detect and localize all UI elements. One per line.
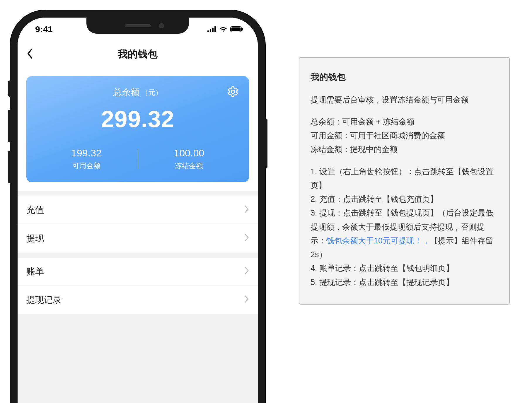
status-indicators [207,26,243,32]
balance-section: 总余额 （元） 299.32 [18,67,258,191]
chevron-right-icon [244,233,249,244]
menu-group-1: 充值 提现 [18,196,258,252]
status-time: 9:41 [35,24,53,34]
svg-rect-3 [214,26,216,32]
svg-rect-2 [212,28,214,32]
nav-bar: 我的钱包 [18,41,258,67]
total-balance: 299.32 [35,106,240,133]
svg-rect-1 [210,29,211,32]
page-title: 我的钱包 [118,47,158,61]
chevron-right-icon [244,205,249,215]
cellular-signal-icon [207,26,216,32]
cell-label: 提现 [26,233,44,245]
frozen-balance-col: 100.00 冻结金额 [138,147,241,170]
section-gap [18,252,258,258]
cell-label: 账单 [26,266,44,278]
annotation-intro: 提现需要后台审核，设置冻结金额与可用金额 [311,93,498,107]
annotation-item-5: 5. 提现记录：点击跳转至【提现记录页】 [311,278,454,287]
cell-recharge[interactable]: 充值 [18,196,258,224]
phone-button-volume-up [8,110,11,142]
annotation-def-line: 可用金额：可用于社区商城消费的金额 [311,131,445,140]
available-balance-label: 可用金额 [35,161,138,170]
phone-button-power [265,119,267,168]
svg-rect-0 [207,30,209,32]
phone-button-silence [8,81,11,97]
annotation-definitions: 总余额：可用金额 + 冻结金额 可用金额：可用于社区商城消费的金额 冻结金额：提… [311,115,498,157]
section-gap [18,191,258,196]
balance-card: 总余额 （元） 299.32 [26,76,249,182]
balance-unit: （元） [141,88,162,97]
balance-title: 总余额 [113,86,139,98]
wifi-icon [219,26,227,32]
svg-rect-5 [231,28,241,31]
phone-screen: 9:41 [18,18,258,403]
frozen-balance-label: 冻结金额 [138,161,241,170]
content-area: 总余额 （元） 299.32 [18,67,258,314]
back-button[interactable] [26,48,33,60]
annotation-item-4: 4. 账单记录：点击跳转至【钱包明细页】 [311,264,454,273]
balance-title-row: 总余额 （元） [35,86,240,98]
balance-split: 199.32 可用金额 100.00 冻结金额 [35,147,240,170]
annotation-def-line: 冻结金额：提现中的金额 [311,145,398,154]
svg-rect-6 [242,28,243,30]
phone-notch [86,18,189,34]
annotation-def-line: 总余额：可用金额 + 冻结金额 [311,117,415,126]
chevron-right-icon [244,267,249,277]
annotation-item-3-link: 钱包余额大于10元可提现！， [326,236,430,245]
cell-withdraw-history[interactable]: 提现记录 [18,286,258,314]
chevron-right-icon [244,295,249,305]
cell-withdraw[interactable]: 提现 [18,224,258,252]
battery-icon [230,26,243,32]
annotation-panel: 我的钱包 提现需要后台审核，设置冻结金额与可用金额 总余额：可用金额 + 冻结金… [299,57,510,305]
chevron-left-icon [26,48,33,59]
cell-bill[interactable]: 账单 [18,258,258,286]
menu-group-2: 账单 提现记录 [18,258,258,314]
frozen-balance-value: 100.00 [138,147,241,159]
annotation-item-1: 1. 设置（右上角齿轮按钮）：点击跳转至【钱包设置页】 [311,167,493,190]
available-balance-col: 199.32 可用金额 [35,147,138,170]
settings-button[interactable] [227,86,239,100]
annotation-title: 我的钱包 [311,69,498,85]
gear-icon [227,86,239,98]
available-balance-value: 199.32 [35,147,138,159]
phone-button-volume-down [8,151,11,183]
annotation-item-2: 2. 充值：点击跳转至【钱包充值页】 [311,195,438,204]
annotation-list: 1. 设置（右上角齿轮按钮）：点击跳转至【钱包设置页】 2. 充值：点击跳转至【… [311,165,498,289]
cell-label: 充值 [26,204,44,216]
cell-label: 提现记录 [26,294,62,306]
phone-frame: 9:41 [10,10,265,403]
